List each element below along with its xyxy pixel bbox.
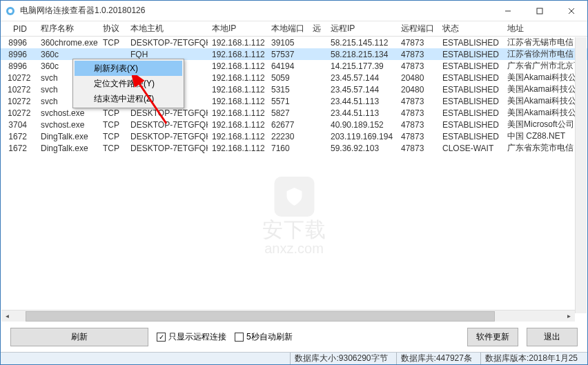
- cell-rport: 47873: [397, 108, 438, 118]
- cell-lip: 192.168.1.112: [208, 132, 267, 141]
- svg-point-1: [8, 9, 12, 13]
- col-local-port[interactable]: 本地端口: [267, 23, 308, 34]
- cell-pid: 10272: [3, 85, 37, 95]
- cell-rport: 47873: [397, 38, 438, 48]
- cell-pid: 1672: [3, 132, 37, 141]
- cell-rport: 47873: [397, 132, 438, 141]
- col-state[interactable]: 状态: [438, 23, 503, 34]
- cell-rip: 58.215.145.112: [326, 38, 397, 48]
- cell-lport: 22230: [267, 132, 308, 141]
- col-local-host[interactable]: 本地主机: [126, 23, 208, 34]
- cell-lip: 192.168.1.112: [208, 38, 267, 48]
- cell-pid: 10272: [3, 108, 37, 118]
- menu-locate-file[interactable]: 定位文件路径(Y): [75, 76, 182, 91]
- auto-refresh-label: 5秒自动刷新: [246, 331, 293, 343]
- cell-pid: 10272: [3, 97, 37, 106]
- cell-lport: 64194: [267, 61, 308, 71]
- col-remote-host[interactable]: 远: [308, 23, 326, 34]
- cell-pid: 8996: [3, 38, 37, 48]
- cell-state: ESTABLISHED: [438, 120, 503, 130]
- col-address[interactable]: 地址: [503, 23, 585, 34]
- cell-lport: 62677: [267, 120, 308, 130]
- cell-prog: DingTalk.exe: [37, 144, 99, 153]
- cell-prog: DingTalk.exe: [37, 132, 99, 141]
- table-row[interactable]: 8996360chrome.exeTCPDESKTOP-7ETGFQH192.1…: [1, 37, 587, 48]
- cell-state: ESTABLISHED: [438, 61, 503, 71]
- cell-rip: 23.45.57.144: [326, 73, 397, 83]
- close-button[interactable]: [556, 1, 587, 21]
- cell-lport: 5827: [267, 108, 308, 118]
- scroll-thumb[interactable]: [26, 311, 495, 322]
- cell-lip: 192.168.1.112: [208, 73, 267, 83]
- svg-rect-3: [537, 8, 542, 14]
- cell-addr: 美国Akamai科技公司CDI: [503, 107, 585, 119]
- remote-only-checkbox[interactable]: ✓ 只显示远程连接: [157, 331, 226, 343]
- cell-state: ESTABLISHED: [438, 132, 503, 141]
- minimize-button[interactable]: [492, 1, 524, 21]
- cell-lip: 192.168.1.112: [208, 97, 267, 106]
- table-row[interactable]: 10272svchost.exeTCPDESKTOP-7ETGFQH192.16…: [1, 107, 587, 119]
- menu-refresh-list[interactable]: 刷新列表(X): [75, 61, 182, 76]
- cell-addr: 广东省东莞市电信: [503, 142, 585, 154]
- status-bar: 数据库大小:9306290字节 数据库共:447927条 数据库版本:2018年…: [1, 352, 587, 364]
- cell-pid: 10272: [3, 73, 37, 83]
- context-menu: 刷新列表(X) 定位文件路径(Y) 结束选中进程(Z): [72, 59, 184, 108]
- col-remote-port[interactable]: 远程端口: [397, 23, 438, 34]
- col-pid[interactable]: PID: [3, 24, 37, 34]
- cell-lport: 5059: [267, 73, 308, 83]
- col-remote-ip[interactable]: 远程IP: [326, 23, 397, 34]
- table-row[interactable]: 1672DingTalk.exeTCPDESKTOP-7ETGFQH192.16…: [1, 130, 587, 142]
- cell-prog: svchost.exe: [37, 108, 99, 118]
- cell-state: ESTABLISHED: [438, 85, 503, 95]
- cell-lip: 192.168.1.112: [208, 50, 267, 59]
- cell-prog: 360c: [37, 50, 99, 59]
- cell-pid: 3704: [3, 120, 37, 130]
- cell-rip: 23.44.51.113: [326, 97, 397, 106]
- table-row[interactable]: 3704svchost.exeTCPDESKTOP-7ETGFQH192.168…: [1, 119, 587, 130]
- titlebar: 电脑网络连接查看器1.0.20180126: [1, 1, 587, 21]
- cell-rip: 23.45.57.144: [326, 85, 397, 95]
- maximize-button[interactable]: [524, 1, 556, 21]
- checkbox-checked-icon: ✓: [157, 333, 166, 342]
- col-local-ip[interactable]: 本地IP: [208, 23, 267, 34]
- cell-proto: TCP: [99, 38, 126, 48]
- cell-rip: 14.215.177.39: [326, 61, 397, 71]
- exit-button[interactable]: 退出: [527, 328, 578, 346]
- cell-lport: 5315: [267, 85, 308, 95]
- col-program[interactable]: 程序名称: [37, 23, 99, 34]
- cell-rport: 20480: [397, 73, 438, 83]
- status-db-count: 数据库共:447927条: [396, 353, 476, 364]
- cell-lhost: DESKTOP-7ETGFQH: [126, 144, 208, 153]
- cell-lport: 57537: [267, 50, 308, 59]
- app-icon: [5, 6, 16, 17]
- refresh-button[interactable]: 刷新: [10, 328, 148, 346]
- cell-lip: 192.168.1.112: [208, 108, 267, 118]
- table-row[interactable]: 1672DingTalk.exeTCPDESKTOP-7ETGFQH192.16…: [1, 142, 587, 154]
- cell-state: ESTABLISHED: [438, 50, 503, 59]
- cell-rport: 47873: [397, 144, 438, 153]
- cell-lhost: DESKTOP-7ETGFQH: [126, 38, 208, 48]
- menu-kill-process[interactable]: 结束选中进程(Z): [75, 91, 182, 106]
- auto-refresh-checkbox[interactable]: 5秒自动刷新: [235, 331, 293, 343]
- vertical-scrollbar[interactable]: [575, 37, 587, 313]
- cell-lhost: FQH: [126, 50, 208, 59]
- cell-rport: 47873: [397, 120, 438, 130]
- cell-state: ESTABLISHED: [438, 73, 503, 83]
- col-protocol[interactable]: 协议: [99, 23, 126, 34]
- cell-addr: 美国Microsoft公司: [503, 119, 585, 130]
- software-update-button[interactable]: 软件更新: [467, 328, 518, 346]
- cell-prog: 360chrome.exe: [37, 38, 99, 48]
- cell-lip: 192.168.1.112: [208, 85, 267, 95]
- cell-state: ESTABLISHED: [438, 38, 503, 48]
- cell-rport: 47873: [397, 97, 438, 106]
- scroll-left-button[interactable]: ◄: [1, 310, 13, 322]
- remote-only-label: 只显示远程连接: [168, 331, 226, 343]
- cell-rip: 58.218.215.134: [326, 50, 397, 59]
- cell-state: ESTABLISHED: [438, 97, 503, 106]
- cell-addr: 美国Akamai科技公司CDI: [503, 95, 585, 107]
- cell-lip: 192.168.1.112: [208, 144, 267, 153]
- horizontal-scrollbar[interactable]: ◄ ►: [1, 310, 575, 322]
- scroll-right-button[interactable]: ►: [563, 310, 575, 322]
- checkbox-unchecked-icon: [235, 333, 244, 342]
- cell-addr: 美国Akamai科技公司CDI: [503, 83, 585, 95]
